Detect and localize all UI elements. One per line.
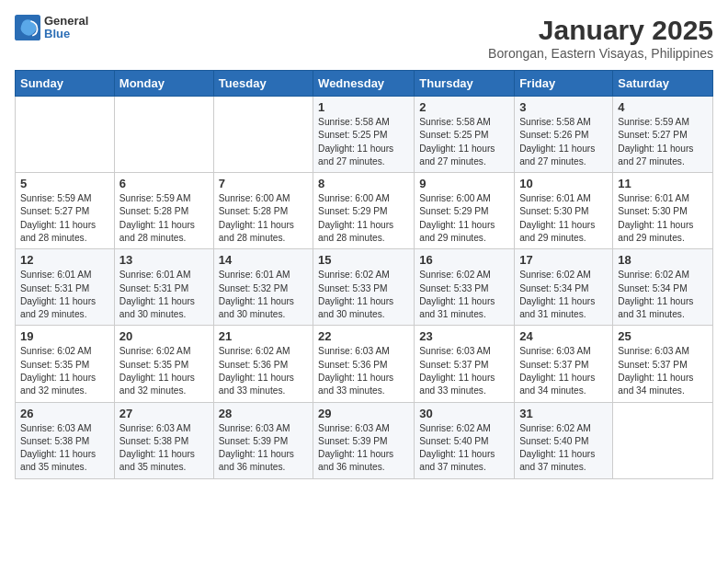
- day-info: Sunrise: 6:01 AM Sunset: 5:32 PM Dayligh…: [219, 269, 308, 321]
- day-info: Sunrise: 5:59 AM Sunset: 5:28 PM Dayligh…: [119, 192, 209, 245]
- logo: General Blue: [15, 15, 88, 41]
- day-number: 11: [618, 177, 708, 190]
- week-row-5: 26Sunrise: 6:03 AM Sunset: 5:38 PM Dayli…: [16, 402, 713, 478]
- calendar-cell: 15Sunrise: 6:02 AM Sunset: 5:33 PM Dayli…: [313, 249, 415, 326]
- calendar-cell: 24Sunrise: 6:03 AM Sunset: 5:37 PM Dayli…: [515, 326, 613, 402]
- calendar-cell: 14Sunrise: 6:01 AM Sunset: 5:32 PM Dayli…: [213, 249, 313, 326]
- day-number: 10: [519, 177, 608, 190]
- day-info: Sunrise: 6:00 AM Sunset: 5:29 PM Dayligh…: [419, 192, 509, 245]
- calendar-cell: [114, 97, 213, 173]
- weekday-header-monday: Monday: [114, 71, 213, 97]
- calendar-cell: 21Sunrise: 6:02 AM Sunset: 5:36 PM Dayli…: [213, 326, 313, 402]
- calendar-cell: 6Sunrise: 5:59 AM Sunset: 5:28 PM Daylig…: [114, 173, 213, 249]
- day-info: Sunrise: 5:59 AM Sunset: 5:27 PM Dayligh…: [618, 116, 708, 168]
- day-number: 16: [419, 253, 509, 267]
- calendar-cell: 29Sunrise: 6:03 AM Sunset: 5:39 PM Dayli…: [313, 402, 415, 478]
- day-number: 18: [618, 253, 708, 267]
- calendar-cell: 12Sunrise: 6:01 AM Sunset: 5:31 PM Dayli…: [16, 249, 115, 326]
- day-info: Sunrise: 6:02 AM Sunset: 5:35 PM Dayligh…: [20, 345, 109, 397]
- day-info: Sunrise: 6:02 AM Sunset: 5:35 PM Dayligh…: [119, 345, 209, 397]
- day-number: 17: [519, 253, 608, 267]
- day-number: 4: [618, 100, 708, 114]
- calendar-cell: 8Sunrise: 6:00 AM Sunset: 5:29 PM Daylig…: [313, 173, 415, 249]
- logo-text: General Blue: [44, 15, 88, 41]
- day-info: Sunrise: 6:03 AM Sunset: 5:37 PM Dayligh…: [519, 345, 608, 397]
- day-number: 31: [519, 407, 608, 420]
- day-number: 13: [119, 253, 209, 267]
- calendar-cell: 1Sunrise: 5:58 AM Sunset: 5:25 PM Daylig…: [313, 97, 415, 173]
- calendar-cell: 4Sunrise: 5:59 AM Sunset: 5:27 PM Daylig…: [613, 97, 713, 173]
- day-info: Sunrise: 6:00 AM Sunset: 5:28 PM Dayligh…: [219, 192, 308, 245]
- day-number: 27: [119, 407, 209, 420]
- weekday-header-tuesday: Tuesday: [213, 71, 313, 97]
- day-number: 5: [20, 177, 109, 190]
- day-info: Sunrise: 5:58 AM Sunset: 5:25 PM Dayligh…: [318, 116, 409, 168]
- calendar-cell: 11Sunrise: 6:01 AM Sunset: 5:30 PM Dayli…: [613, 173, 713, 249]
- week-row-2: 5Sunrise: 5:59 AM Sunset: 5:27 PM Daylig…: [16, 173, 713, 249]
- calendar-cell: 9Sunrise: 6:00 AM Sunset: 5:29 PM Daylig…: [415, 173, 515, 249]
- calendar-cell: 16Sunrise: 6:02 AM Sunset: 5:33 PM Dayli…: [415, 249, 515, 326]
- day-number: 12: [20, 253, 109, 267]
- day-info: Sunrise: 6:03 AM Sunset: 5:38 PM Dayligh…: [20, 422, 109, 475]
- day-info: Sunrise: 6:03 AM Sunset: 5:39 PM Dayligh…: [219, 422, 308, 475]
- day-number: 20: [119, 329, 209, 343]
- day-number: 24: [519, 329, 608, 343]
- day-info: Sunrise: 6:02 AM Sunset: 5:33 PM Dayligh…: [419, 269, 509, 321]
- day-info: Sunrise: 6:01 AM Sunset: 5:30 PM Dayligh…: [519, 192, 608, 245]
- day-number: 28: [219, 407, 308, 420]
- weekday-header-wednesday: Wednesday: [313, 71, 415, 97]
- week-row-3: 12Sunrise: 6:01 AM Sunset: 5:31 PM Dayli…: [16, 249, 713, 326]
- calendar-cell: 20Sunrise: 6:02 AM Sunset: 5:35 PM Dayli…: [114, 326, 213, 402]
- day-info: Sunrise: 6:01 AM Sunset: 5:30 PM Dayligh…: [618, 192, 708, 245]
- calendar-cell: 22Sunrise: 6:03 AM Sunset: 5:36 PM Dayli…: [313, 326, 415, 402]
- day-number: 23: [419, 329, 509, 343]
- day-info: Sunrise: 6:02 AM Sunset: 5:34 PM Dayligh…: [519, 269, 608, 321]
- day-number: 7: [219, 177, 308, 190]
- logo-line2: Blue: [44, 28, 88, 40]
- day-info: Sunrise: 6:02 AM Sunset: 5:33 PM Dayligh…: [318, 269, 409, 321]
- weekday-header-thursday: Thursday: [415, 71, 515, 97]
- day-number: 8: [318, 177, 409, 190]
- calendar-cell: 17Sunrise: 6:02 AM Sunset: 5:34 PM Dayli…: [515, 249, 613, 326]
- day-info: Sunrise: 6:00 AM Sunset: 5:29 PM Dayligh…: [318, 192, 409, 245]
- day-info: Sunrise: 5:58 AM Sunset: 5:26 PM Dayligh…: [519, 116, 608, 168]
- month-title: January 2025: [488, 15, 713, 46]
- calendar-cell: [613, 402, 713, 478]
- day-number: 3: [519, 100, 608, 114]
- day-number: 14: [219, 253, 308, 267]
- calendar-cell: 2Sunrise: 5:58 AM Sunset: 5:25 PM Daylig…: [415, 97, 515, 173]
- location: Borongan, Eastern Visayas, Philippines: [488, 46, 713, 61]
- calendar-cell: 19Sunrise: 6:02 AM Sunset: 5:35 PM Dayli…: [16, 326, 115, 402]
- day-number: 2: [419, 100, 509, 114]
- day-info: Sunrise: 6:03 AM Sunset: 5:37 PM Dayligh…: [618, 345, 708, 397]
- day-number: 30: [419, 407, 509, 420]
- weekday-header-sunday: Sunday: [16, 71, 115, 97]
- calendar-cell: 18Sunrise: 6:02 AM Sunset: 5:34 PM Dayli…: [613, 249, 713, 326]
- calendar-cell: 3Sunrise: 5:58 AM Sunset: 5:26 PM Daylig…: [515, 97, 613, 173]
- header: General Blue January 2025 Borongan, East…: [15, 15, 713, 61]
- day-info: Sunrise: 6:03 AM Sunset: 5:36 PM Dayligh…: [318, 345, 409, 397]
- day-number: 26: [20, 407, 109, 420]
- day-number: 15: [318, 253, 409, 267]
- calendar-cell: 13Sunrise: 6:01 AM Sunset: 5:31 PM Dayli…: [114, 249, 213, 326]
- week-row-4: 19Sunrise: 6:02 AM Sunset: 5:35 PM Dayli…: [16, 326, 713, 402]
- calendar-cell: 10Sunrise: 6:01 AM Sunset: 5:30 PM Dayli…: [515, 173, 613, 249]
- calendar-cell: 7Sunrise: 6:00 AM Sunset: 5:28 PM Daylig…: [213, 173, 313, 249]
- calendar-cell: 25Sunrise: 6:03 AM Sunset: 5:37 PM Dayli…: [613, 326, 713, 402]
- calendar-cell: 31Sunrise: 6:02 AM Sunset: 5:40 PM Dayli…: [515, 402, 613, 478]
- day-info: Sunrise: 6:02 AM Sunset: 5:36 PM Dayligh…: [219, 345, 308, 397]
- logo-icon: [15, 15, 40, 40]
- weekday-header-friday: Friday: [515, 71, 613, 97]
- day-number: 19: [20, 329, 109, 343]
- day-info: Sunrise: 6:03 AM Sunset: 5:38 PM Dayligh…: [119, 422, 209, 475]
- calendar-cell: 26Sunrise: 6:03 AM Sunset: 5:38 PM Dayli…: [16, 402, 115, 478]
- week-row-1: 1Sunrise: 5:58 AM Sunset: 5:25 PM Daylig…: [16, 97, 713, 173]
- calendar-cell: 30Sunrise: 6:02 AM Sunset: 5:40 PM Dayli…: [415, 402, 515, 478]
- day-number: 25: [618, 329, 708, 343]
- calendar-cell: 23Sunrise: 6:03 AM Sunset: 5:37 PM Dayli…: [415, 326, 515, 402]
- day-number: 6: [119, 177, 209, 190]
- day-number: 29: [318, 407, 409, 420]
- calendar-cell: [16, 97, 115, 173]
- day-number: 1: [318, 100, 409, 114]
- day-info: Sunrise: 6:02 AM Sunset: 5:40 PM Dayligh…: [419, 422, 509, 475]
